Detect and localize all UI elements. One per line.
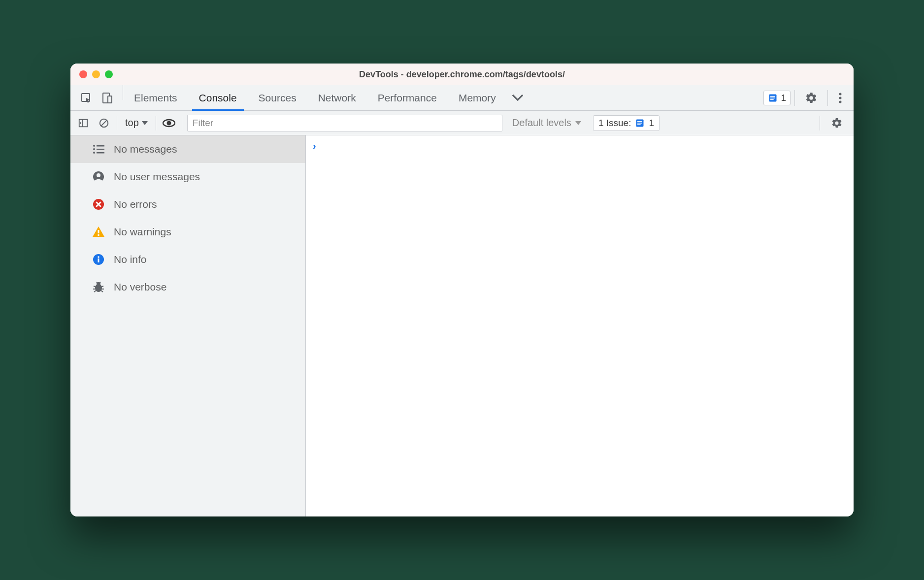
sidebar-item-info[interactable]: No info	[70, 246, 305, 273]
console-toolbar: top Default levels 1 Issue: 1	[70, 111, 854, 135]
sidebar-item-label: No user messages	[114, 171, 200, 183]
svg-point-9	[839, 100, 842, 103]
svg-point-8	[839, 97, 842, 99]
console-main: No messages No user messages No errors N…	[70, 135, 854, 516]
svg-rect-18	[637, 123, 642, 124]
svg-line-40	[94, 290, 96, 292]
svg-rect-30	[98, 234, 99, 236]
tab-sources[interactable]: Sources	[248, 85, 307, 110]
svg-rect-17	[637, 121, 642, 122]
svg-line-41	[101, 290, 103, 292]
devtools-window: DevTools - developer.chrome.com/tags/dev…	[70, 64, 854, 516]
issues-badge[interactable]: 1	[763, 91, 791, 105]
tab-network[interactable]: Network	[307, 85, 367, 110]
levels-label: Default levels	[512, 117, 571, 129]
svg-rect-25	[97, 152, 104, 154]
zoom-window-button[interactable]	[105, 70, 113, 78]
separator	[182, 116, 182, 130]
chevron-down-icon	[142, 121, 148, 125]
sidebar-item-label: No warnings	[114, 226, 171, 238]
svg-point-24	[93, 152, 95, 154]
svg-point-22	[93, 148, 95, 150]
sidebar-item-verbose[interactable]: No verbose	[70, 273, 305, 301]
separator	[156, 116, 156, 130]
console-sidebar: No messages No user messages No errors N…	[70, 135, 306, 516]
error-icon	[92, 198, 105, 211]
minimize-window-button[interactable]	[92, 70, 100, 78]
sidebar-item-label: No messages	[114, 143, 177, 155]
chevron-down-icon	[575, 121, 581, 125]
console-output[interactable]: ›	[306, 135, 854, 516]
clear-console-icon[interactable]	[96, 115, 112, 131]
titlebar: DevTools - developer.chrome.com/tags/dev…	[70, 64, 854, 85]
svg-point-15	[166, 121, 171, 125]
panel-tabs: Elements Console Sources Network Perform…	[123, 85, 507, 110]
sidebar-item-label: No verbose	[114, 281, 166, 293]
panel-tabbar: Elements Console Sources Network Perform…	[70, 85, 854, 111]
tab-label: Network	[318, 92, 356, 104]
issue-icon	[635, 118, 645, 128]
separator	[820, 116, 820, 130]
svg-rect-29	[98, 230, 99, 233]
close-window-button[interactable]	[79, 70, 87, 78]
settings-icon[interactable]	[799, 92, 824, 104]
separator	[827, 90, 828, 106]
list-icon	[92, 143, 105, 156]
svg-line-42	[97, 282, 98, 283]
more-tabs-icon[interactable]	[507, 85, 528, 110]
tab-elements[interactable]: Elements	[123, 85, 188, 110]
tab-label: Memory	[459, 92, 496, 104]
sidebar-item-messages[interactable]: No messages	[70, 135, 305, 163]
window-title: DevTools - developer.chrome.com/tags/dev…	[70, 69, 854, 80]
context-label: top	[125, 117, 139, 129]
svg-rect-5	[770, 97, 775, 98]
sidebar-item-errors[interactable]: No errors	[70, 191, 305, 218]
issues-count: 1	[649, 118, 654, 129]
bug-icon	[92, 281, 105, 293]
svg-point-7	[839, 93, 842, 95]
svg-rect-32	[98, 258, 99, 262]
sidebar-item-label: No info	[114, 254, 147, 265]
inspect-element-icon[interactable]	[80, 92, 92, 104]
user-icon	[92, 170, 105, 183]
log-levels-selector[interactable]: Default levels	[512, 117, 581, 129]
svg-point-20	[93, 145, 95, 147]
console-settings-icon[interactable]	[825, 115, 849, 131]
traffic-lights	[70, 70, 113, 78]
warning-icon	[92, 226, 105, 238]
issue-icon	[768, 93, 778, 103]
svg-rect-4	[770, 96, 775, 97]
more-menu-icon[interactable]	[832, 93, 849, 103]
sidebar-item-user-messages[interactable]: No user messages	[70, 163, 305, 191]
tab-label: Console	[199, 92, 237, 104]
device-toolbar-icon[interactable]	[101, 92, 113, 104]
svg-rect-19	[637, 124, 641, 125]
svg-point-33	[98, 256, 99, 258]
issues-label: 1 Issue:	[598, 118, 631, 129]
tab-label: Performance	[378, 92, 437, 104]
filter-input[interactable]	[187, 115, 502, 131]
issues-badge-count: 1	[781, 93, 786, 103]
tab-memory[interactable]: Memory	[448, 85, 507, 110]
svg-line-13	[101, 120, 107, 126]
context-selector[interactable]: top	[122, 117, 151, 129]
svg-rect-23	[97, 149, 104, 150]
tab-performance[interactable]: Performance	[367, 85, 448, 110]
info-icon	[92, 253, 105, 266]
svg-rect-2	[108, 96, 112, 103]
live-expression-icon[interactable]	[161, 115, 177, 131]
toggle-sidebar-icon[interactable]	[75, 115, 91, 131]
issues-counter[interactable]: 1 Issue: 1	[593, 115, 660, 131]
tab-label: Sources	[259, 92, 297, 104]
separator	[794, 90, 795, 106]
svg-line-43	[99, 282, 100, 283]
tab-console[interactable]: Console	[188, 85, 248, 110]
console-prompt-icon: ›	[313, 140, 316, 152]
svg-rect-6	[770, 99, 774, 100]
separator	[117, 116, 117, 130]
sidebar-item-label: No errors	[114, 198, 157, 210]
sidebar-item-warnings[interactable]: No warnings	[70, 218, 305, 246]
tab-label: Elements	[134, 92, 177, 104]
svg-point-27	[97, 173, 100, 177]
svg-rect-21	[97, 145, 104, 147]
